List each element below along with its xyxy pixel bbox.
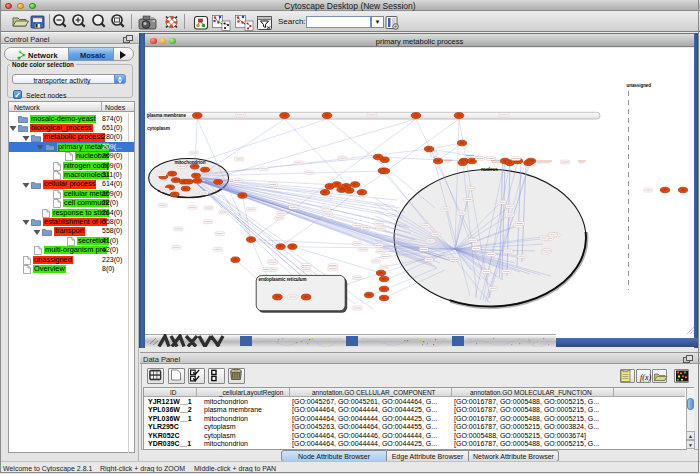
- svg-text:f(x): f(x): [640, 373, 651, 382]
- svg-text:nucleus: nucleus: [481, 167, 498, 172]
- svg-text:unassigned: unassigned: [627, 83, 652, 88]
- svg-text:mitochondrion: mitochondrion: [175, 160, 206, 165]
- svg-text:endoplasmic reticulum: endoplasmic reticulum: [259, 277, 307, 282]
- svg-text:cytoplasm: cytoplasm: [147, 126, 170, 131]
- svg-text:plasma membrane: plasma membrane: [147, 113, 186, 118]
